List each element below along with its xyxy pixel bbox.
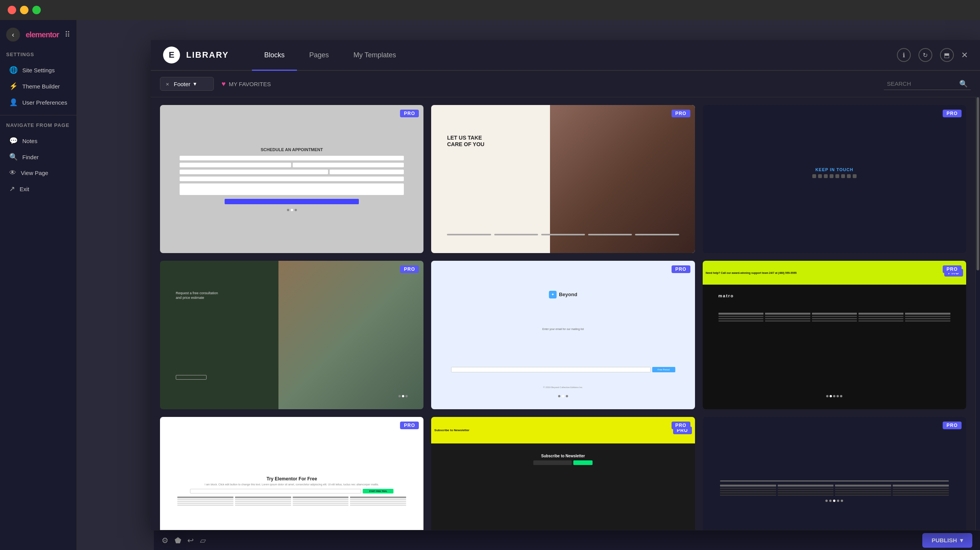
template-preview: ✦ Beyond Enter your email for our mailin… — [431, 261, 695, 409]
templates-container[interactable]: SCHEDULE AN APPOINTMENT — [151, 97, 975, 530]
template-subtitle: I am block. Click edit button to change … — [205, 483, 379, 486]
link-column — [177, 497, 233, 506]
social-icon — [818, 174, 822, 178]
link-item — [720, 492, 776, 493]
layers-icon[interactable]: ⬟ — [175, 536, 181, 545]
link-item — [893, 492, 949, 493]
footer-links — [720, 485, 949, 496]
clear-filter-icon[interactable]: × — [166, 81, 169, 87]
tab-pages[interactable]: Pages — [297, 41, 341, 71]
search-icon: 🔍 — [959, 80, 968, 88]
template-card[interactable]: Need help? Call our award-winning suppor… — [703, 261, 966, 409]
cta-button — [176, 375, 207, 380]
sidebar-item-label: Finder — [22, 154, 39, 160]
link-item — [893, 495, 949, 496]
link-item — [765, 316, 810, 317]
theme-icon: ⚡ — [9, 82, 18, 90]
template-card[interactable]: KEEP IN TOUCH — [703, 105, 966, 253]
sidebar-item-finder[interactable]: 🔍 Finder — [3, 149, 73, 165]
link-item — [778, 488, 834, 489]
dot — [287, 209, 289, 211]
top-banner: Subscribe to Newsletter PRO — [431, 417, 695, 443]
heart-icon: ♥ — [222, 80, 226, 88]
scrollbar-track[interactable] — [975, 97, 980, 530]
link-item — [293, 505, 349, 506]
filter-bar: × Footer ▾ ♥ MY FAVORITES 🔍 — [151, 71, 980, 97]
sidebar-item-notes[interactable]: 💬 Notes — [3, 133, 73, 149]
link-item — [812, 318, 857, 319]
scrollbar-thumb[interactable] — [977, 97, 979, 270]
template-card[interactable]: Try Elementor For Free I am block. Click… — [160, 417, 423, 530]
toolbar-left: ⚙ ⬟ ↩ ▱ — [162, 536, 206, 545]
social-icon — [841, 174, 845, 178]
pro-badge: PRO — [943, 422, 962, 429]
dot — [841, 500, 843, 502]
close-button[interactable]: × — [962, 50, 968, 60]
settings-icon[interactable]: ⚙ — [162, 536, 168, 545]
template-card[interactable]: PRO — [703, 417, 966, 530]
link-header — [893, 485, 949, 487]
minimize-traffic-light[interactable] — [20, 6, 28, 14]
brand-name: Beyond — [559, 292, 577, 297]
favorites-button[interactable]: ♥ MY FAVORITES — [222, 80, 271, 88]
sidebar-item-user-preferences[interactable]: 👤 User Preferences — [3, 94, 73, 110]
save-icon[interactable]: ⬒ — [940, 48, 954, 62]
background-image — [550, 105, 695, 253]
bottom-toolbar: ⚙ ⬟ ↩ ▱ PUBLISH ▾ — [154, 530, 980, 550]
link-item — [235, 501, 291, 502]
link-item — [720, 495, 776, 496]
sidebar-item-exit[interactable]: ↗ Exit — [3, 181, 73, 197]
responsive-icon[interactable]: ▱ — [200, 536, 206, 545]
sidebar-item-theme-builder[interactable]: ⚡ Theme Builder — [3, 78, 73, 94]
category-filter[interactable]: × Footer ▾ — [160, 77, 214, 91]
template-preview: Subscribe to Newsletter PRO Subscribe to… — [431, 417, 695, 530]
close-traffic-light[interactable] — [8, 6, 16, 14]
link-item — [858, 320, 903, 322]
dot — [837, 395, 839, 397]
search-input[interactable] — [887, 80, 956, 87]
template-card[interactable]: LET US TAKECARE OF YOU PRO — [431, 105, 695, 253]
link-column — [293, 497, 349, 506]
chevron-down-icon: ▾ — [193, 80, 197, 87]
grid-icon[interactable]: ⠿ — [65, 30, 70, 39]
cta-button: START FREE TRIAL — [363, 489, 393, 493]
link-item — [905, 316, 950, 317]
back-button[interactable]: ‹ — [6, 28, 20, 42]
tab-blocks[interactable]: Blocks — [252, 41, 297, 71]
subscription-form: Free Period — [451, 367, 675, 372]
template-preview: Need help? Call our award-winning suppor… — [703, 261, 966, 409]
dot — [837, 500, 839, 502]
link-item — [718, 316, 763, 317]
pro-badge: PRO — [672, 110, 690, 117]
history-icon[interactable]: ↩ — [187, 536, 194, 545]
dot — [830, 395, 832, 397]
newsletter-subtitle: Enter your email for our mailing list — [542, 328, 584, 330]
user-icon: 👤 — [9, 98, 18, 107]
refresh-icon[interactable]: ↻ — [918, 48, 932, 62]
template-preview — [703, 417, 966, 530]
template-card[interactable]: Request a free consultationand price est… — [160, 261, 423, 409]
pro-badge: PRO — [400, 265, 419, 273]
pro-badge: PRO — [400, 110, 419, 117]
search-box[interactable]: 🔍 — [884, 78, 971, 90]
dot — [566, 395, 568, 397]
editor-background: ‹ elementor ⠿ SETTINGS 🌐 Site Settings ⚡… — [0, 20, 980, 550]
link-item — [905, 320, 950, 322]
fullscreen-traffic-light[interactable] — [32, 6, 41, 14]
sidebar-item-view-page[interactable]: 👁 View Page — [3, 165, 73, 181]
template-card[interactable]: SCHEDULE AN APPOINTMENT — [160, 105, 423, 253]
tab-my-templates[interactable]: My Templates — [341, 41, 408, 71]
info-icon[interactable]: ℹ — [897, 48, 911, 62]
editor-canvas: This is they E LIBRARY Blocks Pages My T… — [77, 20, 980, 550]
top-banner: Need help? Call our award-winning suppor… — [703, 261, 966, 285]
template-card[interactable]: ✦ Beyond Enter your email for our mailin… — [431, 261, 695, 409]
template-content: Subscribe to Newsletter — [445, 454, 682, 465]
nav-item — [635, 234, 679, 235]
template-inner-title: Try Elementor For Free — [267, 476, 317, 482]
sidebar-item-site-settings[interactable]: 🌐 Site Settings — [3, 62, 73, 78]
template-card[interactable]: Subscribe to Newsletter PRO Subscribe to… — [431, 417, 695, 530]
footer-links — [718, 313, 950, 322]
nav-item — [541, 234, 585, 235]
link-item — [720, 488, 776, 489]
publish-button[interactable]: PUBLISH ▾ — [922, 533, 972, 548]
